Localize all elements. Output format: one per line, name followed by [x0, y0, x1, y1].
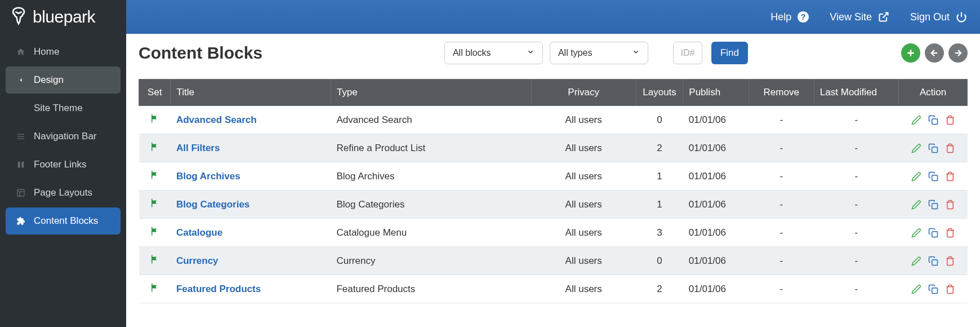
add-button[interactable] [901, 43, 920, 63]
row-type: Featured Products [331, 275, 531, 303]
find-button[interactable]: Find [711, 42, 748, 64]
th-action[interactable]: Action [899, 79, 968, 106]
main-area: Help ? View Site Sign Out Content Blocks [126, 0, 980, 327]
delete-icon[interactable] [945, 284, 955, 294]
sidebar-item-home[interactable]: Home [6, 38, 121, 65]
delete-icon[interactable] [945, 143, 955, 153]
row-privacy: All users [531, 275, 636, 303]
chevron-down-icon [527, 48, 534, 58]
row-remove: - [749, 134, 814, 162]
layout-icon [16, 188, 26, 198]
row-modified: - [814, 134, 898, 162]
content-table: Set Title Type Privacy Layouts Publish R… [139, 79, 968, 303]
brand-icon [9, 6, 28, 28]
chevron-down-icon [632, 48, 640, 58]
edit-icon[interactable] [911, 115, 921, 125]
delete-icon[interactable] [945, 200, 955, 210]
table-row: Blog ArchivesBlog ArchivesAll users101/0… [139, 162, 968, 191]
row-remove: - [749, 247, 814, 275]
type-select-value: All types [558, 48, 592, 58]
row-publish: 01/01/06 [683, 191, 749, 219]
view-site-link[interactable]: View Site [830, 11, 890, 23]
filter-select[interactable]: All blocks [444, 42, 543, 64]
type-select[interactable]: All types [550, 42, 648, 64]
row-modified: - [814, 247, 898, 275]
th-title[interactable]: Title [171, 79, 331, 106]
help-link[interactable]: Help ? [770, 11, 809, 23]
sign-out-label: Sign Out [910, 11, 950, 23]
th-publish[interactable]: Publish [683, 79, 749, 106]
prev-button[interactable] [925, 43, 944, 63]
row-type: Currency [331, 247, 531, 275]
copy-icon[interactable] [928, 143, 938, 153]
th-remove[interactable]: Remove [749, 79, 814, 106]
row-remove: - [749, 191, 814, 219]
sidebar-item-page-layouts[interactable]: Page Layouts [6, 179, 121, 206]
flag-cell[interactable] [139, 247, 171, 275]
row-publish: 01/01/06 [683, 106, 749, 134]
row-title-link[interactable]: Blog Archives [176, 171, 240, 182]
delete-icon[interactable] [945, 115, 955, 125]
flag-cell[interactable] [139, 219, 171, 247]
sign-out-link[interactable]: Sign Out [910, 11, 968, 23]
edit-icon[interactable] [911, 256, 921, 266]
table-area: Set Title Type Privacy Layouts Publish R… [126, 79, 980, 327]
sidebar-item-footer-links[interactable]: Footer Links [6, 151, 121, 178]
delete-icon[interactable] [945, 228, 955, 238]
svg-rect-4 [21, 162, 24, 168]
row-modified: - [814, 275, 898, 303]
edit-icon[interactable] [911, 284, 921, 294]
row-remove: - [749, 162, 814, 191]
copy-icon[interactable] [928, 228, 938, 238]
row-layouts: 0 [636, 106, 683, 134]
row-privacy: All users [531, 219, 636, 247]
next-button[interactable] [948, 43, 968, 63]
copy-icon[interactable] [928, 200, 938, 210]
sidebar-item-label: Footer Links [34, 159, 87, 170]
svg-rect-21 [932, 259, 937, 265]
row-title-link[interactable]: Currency [176, 255, 219, 266]
flag-cell[interactable] [139, 191, 171, 219]
sidebar-item-site-theme[interactable]: Site Theme [6, 95, 121, 122]
sidebar-item-content-blocks[interactable]: Content Blocks [6, 207, 121, 235]
sidebar-item-navigation-bar[interactable]: Navigation Bar [6, 123, 121, 150]
sidebar-item-design[interactable]: Design [6, 67, 121, 94]
brand-logo[interactable]: bluepark [0, 0, 126, 34]
topbar: Help ? View Site Sign Out [126, 0, 980, 34]
id-input[interactable] [673, 42, 702, 64]
copy-icon[interactable] [928, 256, 938, 266]
delete-icon[interactable] [945, 171, 955, 182]
row-publish: 01/01/06 [683, 219, 749, 247]
row-type: Catalogue Menu [331, 219, 531, 247]
row-title-link[interactable]: Blog Categories [176, 199, 250, 210]
th-type[interactable]: Type [331, 79, 531, 106]
external-link-icon [877, 11, 890, 23]
help-icon: ? [797, 11, 809, 23]
edit-icon[interactable] [911, 143, 921, 153]
copy-icon[interactable] [928, 171, 938, 182]
th-modified[interactable]: Last Modified [814, 79, 898, 106]
row-type: Refine a Product List [331, 134, 531, 162]
flag-cell[interactable] [139, 134, 171, 162]
flag-cell[interactable] [139, 162, 171, 191]
row-layouts: 1 [636, 191, 683, 219]
edit-icon[interactable] [911, 171, 921, 182]
row-title-link[interactable]: Advanced Search [176, 114, 257, 125]
copy-icon[interactable] [928, 284, 938, 294]
edit-icon[interactable] [911, 228, 921, 238]
row-title-link[interactable]: All Filters [176, 143, 220, 153]
delete-icon[interactable] [945, 256, 955, 266]
flag-cell[interactable] [139, 275, 171, 303]
nav-list: HomeDesignSite ThemeNavigation BarFooter… [0, 34, 126, 235]
th-layouts[interactable]: Layouts [636, 79, 683, 106]
copy-icon[interactable] [928, 115, 938, 125]
flag-cell[interactable] [139, 106, 171, 134]
row-title-link[interactable]: Featured Products [176, 284, 261, 294]
row-layouts: 3 [636, 219, 683, 247]
th-privacy[interactable]: Privacy [531, 79, 636, 106]
svg-line-10 [883, 13, 888, 18]
sidebar-item-label: Site Theme [34, 103, 83, 114]
edit-icon[interactable] [911, 200, 921, 210]
th-set[interactable]: Set [139, 79, 171, 106]
row-title-link[interactable]: Catalogue [176, 227, 222, 238]
